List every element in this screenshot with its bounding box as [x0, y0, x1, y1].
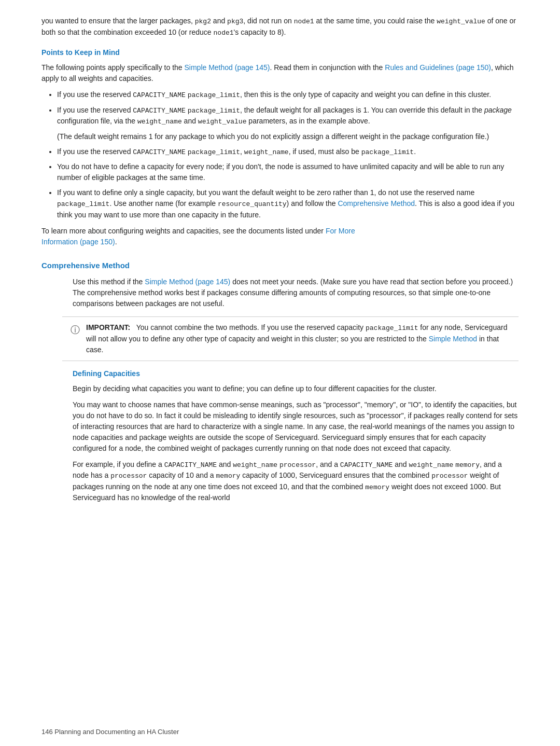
weight-name-ex1: weight_name [233, 461, 277, 469]
points-intro-paragraph: The following points apply specifically … [41, 62, 519, 84]
weight-name-ex2: weight_name [409, 461, 453, 469]
memory-code2: memory [216, 472, 240, 480]
weight-value-code-2: weight_value [198, 118, 247, 126]
cap-name-code-1: CAPACITY_NAME [133, 91, 185, 99]
defining-capacities-section: Defining Capacities Begin by deciding wh… [73, 368, 519, 504]
cap-name-code-3: CAPACITY_NAME [133, 148, 185, 156]
processor-code2: processor [110, 472, 147, 480]
def-para2: You may want to choose names that have c… [73, 399, 519, 454]
package-italic: package [484, 106, 512, 114]
pkg-limit-code-5: package_limit [57, 200, 109, 208]
comprehensive-section: Comprehensive Method Use this method if … [41, 260, 519, 504]
cap-name-code-2: CAPACITY_NAME [133, 107, 185, 115]
link-simple-method[interactable]: Simple Method (page 145) [184, 63, 270, 72]
important-content: IMPORTANT: You cannot combine the two me… [86, 322, 510, 355]
cap-name-ex2: CAPACITY_NAME [340, 461, 393, 469]
cap-name-ex1: CAPACITY_NAME [164, 461, 217, 469]
bullet-5: If you want to define only a single capa… [57, 187, 519, 220]
link-simple-method-comp[interactable]: Simple Method (page 145) [145, 278, 230, 286]
points-list: If you use the reserved CAPACITY_NAME pa… [57, 89, 519, 220]
node1-reduce-code: node1 [214, 29, 234, 37]
node1-code: node1 [294, 18, 314, 25]
pkg2-code: pkg2 [195, 18, 211, 25]
memory-code1: memory [455, 461, 480, 469]
points-heading: Points to Keep in Mind [41, 47, 519, 58]
pkg3-code: pkg3 [227, 18, 243, 25]
pkg-limit-code-4: package_limit [361, 148, 414, 156]
page-container: you wanted to ensure that the larger pac… [0, 0, 560, 746]
bullet-2-note: (The default weight remains 1 for any pa… [57, 131, 519, 142]
bullet-2: If you use the reserved CAPACITY_NAME pa… [57, 105, 519, 142]
pkg-limit-important: package_limit [366, 324, 418, 332]
pkg-limit-code-1: package_limit [188, 91, 240, 99]
important-box: ⓘ IMPORTANT: You cannot combine the two … [62, 316, 519, 361]
bullet-3: If you use the reserved CAPACITY_NAME pa… [57, 146, 519, 158]
pkg-limit-code-2: package_limit [188, 107, 240, 115]
bullet-4: You do not have to define a capacity for… [57, 161, 519, 183]
def-para3: For example, if you define a CAPACITY_NA… [73, 459, 519, 504]
processor-code3: processor [431, 472, 468, 480]
link-rules-guidelines[interactable]: Rules and Guidelines (page 150) [385, 63, 491, 72]
comprehensive-body: Use this method if the Simple Method (pa… [73, 277, 519, 309]
def-para1: Begin by deciding what capacities you wa… [73, 383, 519, 394]
link-for-more-info[interactable]: For MoreInformation (page 150) [41, 227, 355, 246]
weight-value-code: weight_value [437, 18, 485, 25]
page-footer: 146 Planning and Documenting an HA Clust… [41, 727, 179, 737]
link-comprehensive-method-bullet5[interactable]: Comprehensive Method [338, 199, 415, 208]
pkg-limit-code-3: package_limit [188, 148, 240, 156]
comprehensive-heading: Comprehensive Method [41, 260, 519, 272]
important-label: IMPORTANT: [86, 323, 130, 331]
comprehensive-para1: Use this method if the Simple Method (pa… [73, 277, 519, 309]
weight-name-code: weight_name [137, 118, 182, 126]
bullet-1: If you use the reserved CAPACITY_NAME pa… [57, 89, 519, 101]
processor-code1: processor [279, 461, 316, 469]
memory-code3: memory [365, 483, 389, 491]
resource-qty-code: resource_quantity [218, 200, 287, 208]
intro-paragraph: you wanted to ensure that the larger pac… [41, 16, 519, 38]
defining-heading: Defining Capacities [73, 368, 519, 379]
weight-name-code-3: weight_name [244, 148, 289, 156]
important-icon: ⓘ [71, 323, 80, 337]
link-simple-method-important[interactable]: Simple Method [429, 335, 477, 343]
footer-note: To learn more about configuring weights … [41, 226, 519, 247]
